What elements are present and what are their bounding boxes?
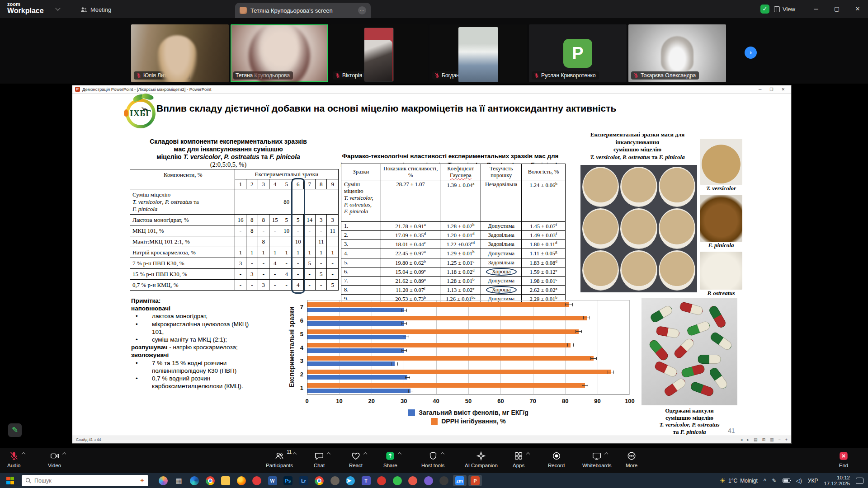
- battery-icon[interactable]: [783, 479, 790, 483]
- chevron-up-icon[interactable]: [604, 452, 608, 456]
- taskbar-icon-viber[interactable]: [422, 475, 435, 486]
- next-slide-icon[interactable]: ▸: [747, 437, 749, 442]
- participants-count-badge: 11: [287, 449, 292, 455]
- weather-temp: 1°C: [728, 478, 737, 484]
- normal-view-icon[interactable]: ▤: [754, 437, 758, 442]
- taskbar-icon-gmail[interactable]: [406, 475, 420, 486]
- tab-shared-screen[interactable]: Тетяна Круподьорова's screen ⋯: [235, 3, 371, 18]
- taskbar-icon-zoom-app[interactable]: zm: [453, 475, 467, 486]
- toolbar-more-button[interactable]: More: [626, 450, 637, 468]
- taskbar-icon-copilot[interactable]: [156, 475, 170, 486]
- reading-view-icon[interactable]: ▥: [770, 437, 774, 442]
- taskbar-icon-chrome-profile[interactable]: [312, 475, 326, 486]
- powder-samples-caption: Експериментальні зразки маси дляінкапсул…: [578, 131, 697, 161]
- weather-widget[interactable]: ☀ 1°C Molnigt: [720, 477, 758, 485]
- video-thumbnail[interactable]: Тетяна Круподьорова: [231, 24, 328, 82]
- chevron-up-icon[interactable]: [62, 452, 66, 456]
- chevron-up-icon[interactable]: [398, 452, 401, 456]
- taskbar-icon-photoshop[interactable]: Ps: [281, 475, 295, 486]
- maximize-button[interactable]: ▢: [826, 0, 847, 18]
- taskbar-icon-word[interactable]: W: [266, 475, 279, 486]
- volume-icon[interactable]: ◁): [796, 478, 802, 484]
- record-icon: [552, 450, 561, 461]
- chevron-up-icon[interactable]: [526, 452, 530, 456]
- toolbar-audio-button[interactable]: Audio: [7, 450, 20, 468]
- language-indicator[interactable]: УКР: [808, 478, 818, 484]
- toolbar-react-button[interactable]: React: [349, 450, 363, 468]
- toolbar-ai-companion-button[interactable]: AI Companion: [465, 450, 498, 468]
- chart-x-tick: 70: [527, 398, 539, 404]
- chevron-up-icon[interactable]: [21, 452, 25, 456]
- chevron-up-icon[interactable]: [293, 452, 297, 456]
- capsule: [656, 326, 680, 339]
- powerpoint-window-title: Демонстрація PowerPoint - [Лікарські мак…: [82, 87, 211, 92]
- taskbar-icon-firefox[interactable]: [235, 475, 248, 486]
- toolbar-share-button[interactable]: Share: [383, 450, 397, 468]
- taskbar-search[interactable]: ✦: [22, 475, 148, 486]
- taskbar-icon-powerpoint[interactable]: P: [468, 475, 482, 486]
- prev-slide-icon[interactable]: ◂: [741, 437, 743, 442]
- taskbar-icon-gimp[interactable]: [328, 475, 342, 486]
- annotation-pencil-button[interactable]: ✎: [8, 423, 22, 437]
- taskbar-icon-chrome[interactable]: [203, 475, 217, 486]
- notification-center-icon[interactable]: [856, 478, 863, 484]
- left-table-title: Складові компоненти експериментальних зр…: [120, 138, 337, 169]
- taskbar-icon-opera[interactable]: [250, 475, 264, 486]
- slide-title: Вплив складу дієтичної добавки на основі…: [156, 103, 758, 114]
- ppt-restore-button[interactable]: ❐: [769, 87, 773, 92]
- chevron-up-icon[interactable]: [363, 452, 367, 456]
- ppt-close-button[interactable]: ✕: [781, 87, 785, 92]
- pen-icon[interactable]: ✎: [772, 478, 777, 484]
- taskbar-icon-youtube[interactable]: [375, 475, 388, 486]
- clock[interactable]: 10:12 17.12.2025: [824, 475, 850, 487]
- shared-screen-label: Тетяна Круподьорова's screen: [250, 7, 333, 14]
- toolbar-chat-button[interactable]: Chat: [314, 450, 325, 468]
- capsule: [653, 360, 679, 378]
- close-button[interactable]: ✕: [847, 0, 868, 18]
- taskbar-icon-lightroom[interactable]: Lr: [297, 475, 311, 486]
- taskbar-icon-task-view[interactable]: ▦: [172, 475, 186, 486]
- toolbar-whiteboards-button[interactable]: Whiteboards: [582, 450, 612, 468]
- zoom-out-icon[interactable]: −: [778, 437, 780, 442]
- video-thumbnail[interactable]: РРуслан Криворотенко: [529, 24, 627, 82]
- grid-view-icon[interactable]: ⊞: [762, 437, 765, 442]
- view-button[interactable]: View: [774, 5, 795, 14]
- video-thumbnail[interactable]: Токарєва Олександра: [628, 24, 726, 82]
- ppt-minimize-button[interactable]: ─: [759, 87, 761, 92]
- powder-cup: [582, 250, 619, 291]
- video-thumbnail[interactable]: Богдана Лук'яненко: [429, 24, 527, 82]
- system-tray: ☀ 1°C Molnigt ^ ✎ ◁) УКР 10:12 17.12.202…: [720, 473, 868, 488]
- tab-meeting[interactable]: Meeting: [80, 4, 111, 15]
- toolbar-end-button[interactable]: End: [839, 450, 849, 468]
- toolbar-apps-button[interactable]: Apps: [513, 450, 524, 468]
- taskbar-icon-teams[interactable]: T: [359, 475, 373, 486]
- zoom-in-icon[interactable]: +: [785, 437, 788, 442]
- taskbar-icon-obs[interactable]: [437, 475, 451, 486]
- hidden-icons-chevron[interactable]: ^: [764, 478, 766, 484]
- security-shield-icon[interactable]: ✓: [760, 5, 769, 14]
- minimize-button[interactable]: ─: [806, 0, 826, 18]
- taskbar-icon-whatsapp[interactable]: [391, 475, 404, 486]
- toolbar-participants-button[interactable]: 11Participants: [266, 450, 293, 468]
- tab-options-icon[interactable]: ⋯: [358, 6, 366, 14]
- toolbar-host-tools-button[interactable]: Host tools: [421, 450, 444, 468]
- workspace-chevron-icon[interactable]: [55, 5, 60, 10]
- taskbar-icon-telegram[interactable]: ➤: [344, 475, 357, 486]
- next-participants-button[interactable]: ›: [745, 47, 757, 59]
- windows-taskbar: ✦ ▦WPsLr➤TzmP ☀ 1°C Molnigt ^ ✎ ◁) УКР 1…: [0, 473, 868, 488]
- powder-cup: [620, 208, 657, 249]
- chevron-up-icon[interactable]: [440, 452, 444, 456]
- taskbar-icon-edge[interactable]: [188, 475, 201, 486]
- taskbar-icon-file-explorer[interactable]: [219, 475, 232, 486]
- search-input[interactable]: [34, 478, 137, 484]
- chevron-up-icon[interactable]: [327, 452, 330, 456]
- video-thumbnail[interactable]: Юлія Литвиненко: [131, 24, 229, 82]
- toolbar-video-button[interactable]: Video: [48, 450, 61, 468]
- video-thumbnail[interactable]: Вікторія Кучер: [330, 24, 428, 82]
- powerpoint-titlebar[interactable]: P Демонстрація PowerPoint - [Лікарські м…: [72, 85, 791, 94]
- ai-companion-icon: [476, 450, 486, 461]
- chart-x-tick: 90: [591, 398, 604, 404]
- start-button[interactable]: [6, 477, 14, 484]
- screen: zoom Workplace Meeting Тетяна Круподьоро…: [0, 0, 868, 488]
- toolbar-record-button[interactable]: Record: [548, 450, 565, 468]
